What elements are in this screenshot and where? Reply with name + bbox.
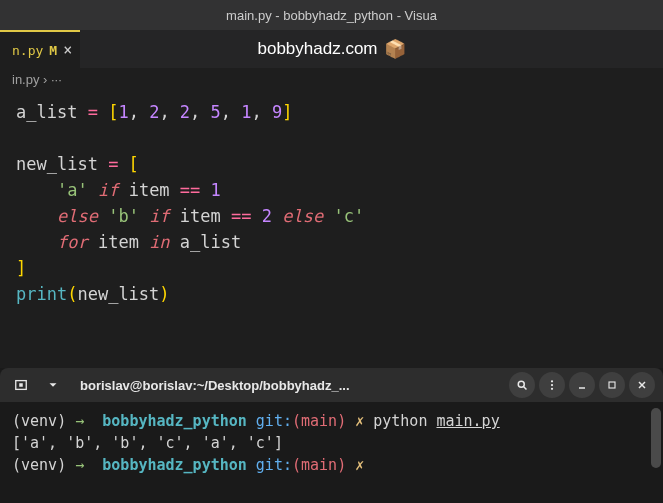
svg-point-6 [551, 388, 553, 390]
code-line: for item in a_list [16, 229, 647, 255]
code-line: ] [16, 255, 647, 281]
tab-filename: n.py [12, 43, 43, 58]
terminal-line: (venv) → bobbyhadz_python git:(main) ✗ [12, 454, 651, 476]
tab-main-py[interactable]: n.py M × [0, 30, 80, 68]
window-title: main.py - bobbyhadz_python - Visua [226, 8, 437, 23]
close-icon[interactable] [629, 372, 655, 398]
svg-point-2 [518, 381, 524, 387]
code-line: a_list = [1, 2, 2, 5, 1, 9] [16, 99, 647, 125]
code-line: else 'b' if item == 2 else 'c' [16, 203, 647, 229]
new-tab-button[interactable] [8, 372, 34, 398]
scrollbar[interactable] [651, 408, 661, 468]
search-icon[interactable] [509, 372, 535, 398]
terminal-titlebar: borislav@borislav:~/Desktop/bobbyhadz_..… [0, 368, 663, 402]
svg-rect-8 [609, 382, 615, 388]
watermark: bobbyhadz.com 📦 [257, 38, 405, 60]
terminal-output: ['a', 'b', 'b', 'c', 'a', 'c'] [12, 432, 651, 454]
svg-rect-1 [19, 383, 23, 387]
code-line: new_list = [ [16, 151, 647, 177]
code-editor[interactable]: a_list = [1, 2, 2, 5, 1, 9] new_list = [… [0, 91, 663, 315]
tab-bar: n.py M × bobbyhadz.com 📦 [0, 30, 663, 68]
terminal-panel: borislav@borislav:~/Desktop/bobbyhadz_..… [0, 368, 663, 503]
code-line: print(new_list) [16, 281, 647, 307]
terminal-body[interactable]: (venv) → bobbyhadz_python git:(main) ✗ p… [0, 402, 663, 484]
window-title-bar: main.py - bobbyhadz_python - Visua [0, 0, 663, 30]
svg-point-5 [551, 384, 553, 386]
terminal-line: (venv) → bobbyhadz_python git:(main) ✗ p… [12, 410, 651, 432]
menu-icon[interactable] [539, 372, 565, 398]
dropdown-icon[interactable] [40, 372, 66, 398]
maximize-icon[interactable] [599, 372, 625, 398]
svg-rect-7 [579, 387, 585, 389]
close-icon[interactable]: × [63, 41, 72, 59]
breadcrumb[interactable]: in.py › ··· [0, 68, 663, 91]
code-line: 'a' if item == 1 [16, 177, 647, 203]
terminal-title: borislav@borislav:~/Desktop/bobbyhadz_..… [72, 378, 503, 393]
svg-point-4 [551, 380, 553, 382]
tab-modified-indicator: M [49, 43, 57, 58]
minimize-icon[interactable] [569, 372, 595, 398]
code-line [16, 125, 647, 151]
svg-line-3 [524, 387, 527, 390]
cube-icon: 📦 [384, 38, 406, 60]
